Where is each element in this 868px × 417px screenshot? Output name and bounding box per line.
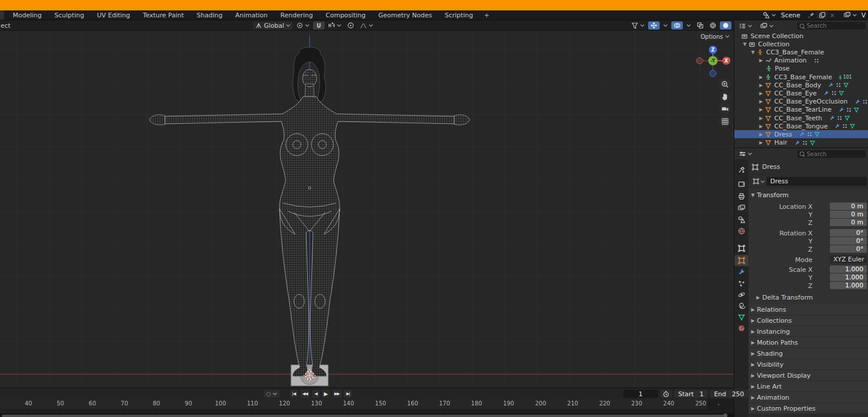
show-overlays-toggle[interactable] [671, 21, 683, 29]
workspace-tab-shading[interactable]: Shading [190, 12, 229, 19]
properties-tab-material[interactable] [734, 323, 748, 334]
panel-instancing[interactable]: ▶Instancing [749, 326, 868, 337]
outliner-row-hair[interactable]: ▶Hair [734, 139, 868, 147]
delta-transform-subpanel[interactable]: ▶Delta Transform [756, 294, 813, 301]
show-gizmo-toggle[interactable] [648, 21, 660, 29]
meshdata-icon[interactable] [838, 90, 844, 96]
play-reverse-button[interactable]: ◀ [312, 390, 319, 398]
expander-right-icon[interactable]: ▶ [758, 124, 764, 129]
expander-right-icon[interactable]: ▶ [758, 75, 764, 80]
proportional-editing-toggle[interactable] [345, 21, 356, 29]
transform-value-field[interactable]: 0° [830, 237, 867, 245]
object-type-visibility-dropdown[interactable] [629, 21, 647, 29]
modifier-icon[interactable] [807, 131, 812, 137]
3d-viewport[interactable]: Options Z X -Y ‹ [0, 31, 734, 388]
transform-rotation-mode-dropdown[interactable]: XYZ Euler [830, 256, 867, 263]
workspace-tab-uv-editing[interactable]: UV Editing [90, 12, 136, 19]
wrench-icon[interactable] [828, 82, 834, 88]
transform-panel-header[interactable]: ▼Transform [749, 190, 789, 200]
transform-value-field[interactable]: 0 m [830, 202, 867, 210]
gizmo-z-axis[interactable]: Z [709, 46, 717, 54]
object-browse-button[interactable] [751, 177, 767, 186]
object-name-field[interactable]: Dress [767, 178, 788, 185]
outliner-row-cc3-base-female[interactable]: ▼CC3_Base_Female [734, 48, 868, 56]
transform-orientation-dropdown[interactable]: Global [253, 21, 293, 29]
modifier-icon[interactable] [831, 90, 837, 96]
meshdata-icon[interactable] [849, 123, 855, 129]
properties-tab-object[interactable] [734, 255, 748, 266]
properties-tab-render[interactable] [734, 179, 748, 190]
scrollbar-knob[interactable] [723, 414, 727, 417]
scene-name[interactable]: Scene [780, 12, 807, 19]
move-view-button[interactable] [719, 90, 731, 102]
modifier-icon[interactable] [836, 82, 841, 88]
meshdata-icon[interactable] [844, 115, 850, 121]
editor-type-dropdown[interactable] [737, 22, 755, 30]
properties-tab-scene[interactable] [734, 214, 748, 225]
workspace-tab-rendering[interactable]: Rendering [274, 12, 319, 19]
meshdata-icon[interactable] [814, 131, 820, 137]
meshdata-icon[interactable] [810, 140, 815, 146]
wrench-icon[interactable] [829, 115, 835, 121]
shading-solid-button[interactable] [720, 21, 731, 29]
expander-right-icon[interactable]: ▶ [758, 132, 764, 137]
timeline-channels[interactable] [0, 409, 734, 414]
use-preview-range-button[interactable] [660, 390, 672, 398]
outliner-row-animation[interactable]: ▶Animation [734, 57, 868, 65]
panel-visibility[interactable]: ▶Visibility [749, 359, 868, 370]
gizmo-neg-y-axis[interactable]: -Y [708, 56, 718, 65]
expander-right-icon[interactable]: ▶ [758, 116, 764, 121]
outliner-row-cc-base-teeth[interactable]: ▶CC_Base_Teeth [734, 114, 868, 122]
panel-animation[interactable]: ▶Animation [749, 392, 868, 403]
outliner-row-cc-base-eyeocclusion[interactable]: ▶CC_Base_EyeOcclusion [734, 98, 868, 106]
workspace-tab-animation[interactable]: Animation [229, 12, 274, 19]
panel-custom-properties[interactable]: ▶Custom Properties [749, 403, 868, 414]
workspace-tab-modeling[interactable]: Modeling [6, 12, 48, 19]
proportional-falloff-dropdown[interactable] [358, 21, 376, 29]
current-frame-field[interactable]: 1 [623, 390, 658, 398]
new-scene-button[interactable] [816, 11, 828, 19]
view-layer-browse-button[interactable] [841, 11, 859, 19]
properties-tab-constraints[interactable] [734, 300, 748, 311]
modifier-icon[interactable] [862, 99, 868, 105]
outliner-search[interactable] [797, 22, 866, 29]
panel-shading[interactable]: ▶Shading [749, 348, 868, 359]
play-button[interactable]: ▶ [322, 390, 330, 398]
properties-tab-output[interactable] [734, 191, 748, 202]
zoom-view-button[interactable] [719, 78, 731, 90]
unlink-scene-button[interactable]: × [830, 12, 834, 19]
properties-tab-world[interactable] [734, 226, 748, 237]
outliner-search-input[interactable] [807, 23, 863, 29]
panel-line-art[interactable]: ▶Line Art [749, 381, 868, 392]
properties-tab-view-layer[interactable] [734, 202, 748, 213]
wrench-icon[interactable] [834, 123, 840, 129]
transform-value-field[interactable]: 1.000 [830, 282, 867, 289]
expander-right-icon[interactable]: ▶ [758, 58, 764, 63]
modifier-icon[interactable] [802, 140, 808, 146]
meshdata-icon[interactable] [854, 107, 859, 113]
transform-value-field[interactable]: 0 m [830, 219, 867, 226]
expander-right-icon[interactable]: ▶ [758, 99, 764, 104]
meshdata-icon[interactable] [843, 82, 849, 88]
timeline-scrollbar[interactable] [0, 414, 734, 417]
outliner-display-mode-dropdown[interactable] [758, 22, 776, 30]
expander-right-icon[interactable]: ▶ [758, 140, 764, 145]
workspace-tab-compositing[interactable]: Compositing [319, 12, 372, 19]
jump-to-start-button[interactable]: |◀ [290, 390, 298, 398]
outliner-row-pose[interactable]: Pose [734, 65, 868, 73]
panel-collections[interactable]: ▶Collections [749, 315, 868, 326]
frame-end-field[interactable]: End250 [710, 390, 748, 398]
panel-motion-paths[interactable]: ▶Motion Paths [749, 337, 868, 348]
snap-with-dropdown[interactable] [326, 21, 344, 29]
snap-toggle[interactable] [313, 21, 325, 29]
panel-viewport-display[interactable]: ▶Viewport Display [749, 370, 868, 381]
gizmo-dropdown[interactable] [661, 21, 670, 29]
properties-tab-collection[interactable] [734, 243, 748, 254]
transform-value-field[interactable]: 0 m [830, 211, 867, 218]
outliner-row-scene collection[interactable]: Scene Collection [734, 32, 868, 40]
modifier-icon[interactable] [837, 115, 843, 121]
outliner-row-cc-base-tearline[interactable]: ▶CC_Base_TearLine [734, 106, 868, 114]
outliner-row-cc3-base-female[interactable]: ▶CC3_Base_Female101 [734, 73, 868, 81]
editor-type-dropdown[interactable] [737, 150, 755, 158]
scrollbar-bar[interactable] [2, 415, 724, 417]
